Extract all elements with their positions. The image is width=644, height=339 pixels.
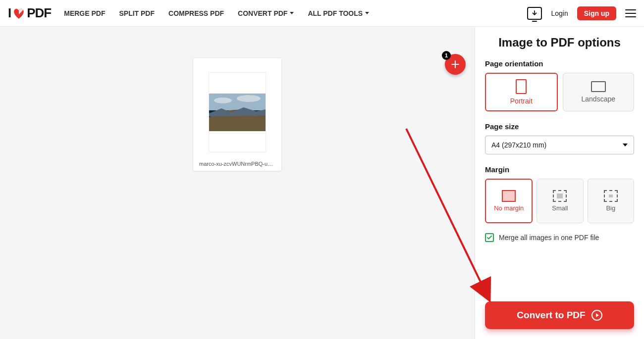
image-preview-icon bbox=[209, 94, 266, 131]
merge-checkbox[interactable] bbox=[485, 233, 494, 242]
margin-none[interactable]: No margin bbox=[485, 179, 533, 223]
margin-small[interactable]: Small bbox=[537, 179, 583, 223]
page-size-select[interactable]: A4 (297x210 mm) bbox=[485, 136, 634, 154]
orientation-options: Portrait Landscape bbox=[485, 73, 634, 111]
login-link[interactable]: Login bbox=[551, 9, 568, 17]
nav-compress-pdf[interactable]: COMPRESS PDF bbox=[168, 9, 224, 17]
app-header: I PDF MERGE PDF SPLIT PDF COMPRESS PDF C… bbox=[0, 0, 644, 27]
svg-point-3 bbox=[214, 97, 232, 103]
logo-text-right: PDF bbox=[27, 5, 51, 21]
menu-button[interactable] bbox=[625, 9, 636, 17]
heart-icon bbox=[12, 7, 26, 19]
orientation-portrait[interactable]: Portrait bbox=[485, 73, 558, 111]
logo-text-left: I bbox=[8, 5, 11, 21]
no-margin-icon bbox=[502, 190, 516, 202]
page-size-label: Page size bbox=[485, 122, 634, 131]
merge-label: Merge all images in one PDF file bbox=[499, 234, 599, 242]
main-nav: MERGE PDF SPLIT PDF COMPRESS PDF CONVERT… bbox=[64, 9, 369, 17]
header-right: Login Sign up bbox=[527, 6, 636, 20]
convert-to-pdf-button[interactable]: Convert to PDF bbox=[485, 301, 634, 329]
nav-all-pdf-tools[interactable]: ALL PDF TOOLS bbox=[308, 9, 369, 17]
signup-button[interactable]: Sign up bbox=[577, 6, 616, 20]
small-margin-icon bbox=[553, 190, 567, 202]
margin-options: No margin Small Big bbox=[485, 179, 634, 223]
nav-convert-pdf[interactable]: CONVERT PDF bbox=[238, 9, 294, 17]
orientation-landscape[interactable]: Landscape bbox=[563, 73, 635, 111]
chevron-down-icon bbox=[365, 12, 369, 14]
logo[interactable]: I PDF bbox=[8, 5, 51, 21]
page-size-value: A4 (297x210 mm) bbox=[491, 141, 546, 149]
chevron-down-icon bbox=[290, 12, 294, 14]
workspace: 1 marco-xu-zcvWUNrmPBQ-unsp... bbox=[0, 27, 475, 339]
download-desktop-button[interactable] bbox=[527, 7, 542, 20]
merge-option-row: Merge all images in one PDF file bbox=[485, 233, 634, 242]
margin-label: Margin bbox=[485, 165, 634, 174]
nav-split-pdf[interactable]: SPLIT PDF bbox=[119, 9, 155, 17]
check-icon bbox=[486, 235, 492, 241]
file-caption: marco-xu-zcvWUNrmPBQ-unsp... bbox=[199, 161, 275, 167]
plus-icon bbox=[450, 59, 460, 69]
svg-point-4 bbox=[237, 95, 261, 102]
margin-big[interactable]: Big bbox=[588, 179, 634, 223]
orientation-label: Page orientation bbox=[485, 59, 634, 68]
portrait-icon bbox=[516, 79, 527, 94]
nav-merge-pdf[interactable]: MERGE PDF bbox=[64, 9, 105, 17]
page-preview bbox=[209, 73, 266, 152]
sidebar-footer: Convert to PDF bbox=[475, 294, 644, 339]
options-sidebar: Image to PDF options Page orientation Po… bbox=[475, 27, 644, 339]
add-file-button[interactable]: 1 bbox=[445, 54, 466, 75]
file-thumbnail-card[interactable]: marco-xu-zcvWUNrmPBQ-unsp... bbox=[193, 57, 282, 171]
landscape-icon bbox=[591, 81, 606, 92]
big-margin-icon bbox=[604, 190, 618, 202]
file-count-badge: 1 bbox=[442, 51, 451, 60]
chevron-down-icon bbox=[623, 144, 628, 146]
download-icon bbox=[531, 10, 538, 17]
arrow-circle-icon bbox=[591, 310, 602, 321]
sidebar-title: Image to PDF options bbox=[485, 36, 634, 49]
